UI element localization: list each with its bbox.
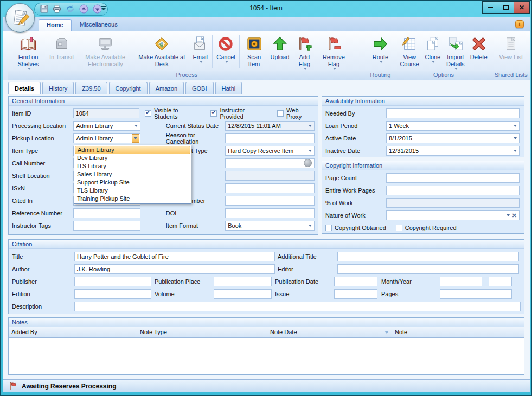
dropdown-option-tls-library[interactable]: TLS Library xyxy=(75,187,190,195)
document-type-combo[interactable]: Hard Copy Reserve Item xyxy=(225,146,315,156)
nature-of-work-combo[interactable]: ✕ xyxy=(386,210,520,220)
tab-copyright[interactable]: Copyright xyxy=(109,82,148,94)
notes-column-added-by[interactable]: Added By xyxy=(9,327,137,338)
help-icon[interactable]: i xyxy=(515,20,524,28)
tab-gobi[interactable]: GOBI xyxy=(185,82,214,94)
text-field[interactable] xyxy=(225,183,315,193)
tab-miscellaneous[interactable]: Miscellaneous xyxy=(72,19,125,31)
application-menu-button[interactable] xyxy=(5,3,35,33)
dropdown-option-admin-library[interactable]: Admin Library xyxy=(75,146,190,154)
reason-for-cancellation-field[interactable] xyxy=(225,133,315,143)
tab-home[interactable]: Home xyxy=(39,19,72,31)
loan-period-combo[interactable]: 1 Week xyxy=(386,121,520,131)
publisher-field[interactable] xyxy=(74,277,151,286)
close-button[interactable]: ✕ xyxy=(514,1,530,14)
oclc-number-field[interactable] xyxy=(225,196,315,206)
dropdown-option-its-library[interactable]: ITS Library xyxy=(75,162,190,170)
needed-by-field[interactable] xyxy=(386,108,520,118)
instructor-provided-checkbox[interactable]: Instructor Provided xyxy=(210,107,268,120)
notes-column-note-type[interactable]: Note Type xyxy=(137,327,267,338)
description-field[interactable] xyxy=(74,302,521,311)
quick-access-toolbar xyxy=(34,3,108,16)
view-list-button: View List xyxy=(496,33,525,71)
minimize-button[interactable] xyxy=(482,1,498,14)
tab-amazon[interactable]: Amazon xyxy=(149,82,184,94)
notes-table-body[interactable] xyxy=(9,338,524,374)
additional-title-field[interactable] xyxy=(337,252,519,261)
reference-number-label: Reference Number xyxy=(12,210,73,216)
edition-field[interactable] xyxy=(74,289,151,299)
find-on-shelves-button[interactable]: Find on Shelves xyxy=(10,33,47,71)
pages-field[interactable] xyxy=(440,289,512,299)
dropdown-option-sales-library[interactable]: Sales Library xyxy=(75,170,190,178)
item-format-combo[interactable]: Book xyxy=(225,221,315,231)
clone-icon xyxy=(425,34,441,54)
title-field[interactable]: Harry Potter and the Goblet of Fire xyxy=(74,252,275,261)
web-proxy-checkbox[interactable]: Web Proxy xyxy=(277,107,315,120)
remove-flag-button[interactable]: Remove Flag xyxy=(317,33,350,71)
globe-icon[interactable] xyxy=(304,159,312,167)
scan-item-icon xyxy=(246,34,262,54)
reference-number-field[interactable] xyxy=(73,208,140,218)
inactive-date-combo[interactable]: 12/31/2015 xyxy=(386,146,520,156)
copyright-obtained-checkbox[interactable]: Copyright Obtained xyxy=(325,225,386,231)
issue-field[interactable] xyxy=(334,289,377,299)
make-available-at-desk-button[interactable]: Make Available at Desk xyxy=(134,33,189,71)
doi-field[interactable] xyxy=(225,208,315,218)
tab-details[interactable]: Details xyxy=(8,82,41,94)
editor-field[interactable] xyxy=(337,264,519,274)
pickup-location-combo[interactable]: Admin Library xyxy=(73,133,140,143)
month-field[interactable] xyxy=(440,277,482,286)
checkbox-unchecked-icon xyxy=(396,225,402,231)
checkbox-unchecked-icon xyxy=(277,110,284,117)
copyright-required-checkbox[interactable]: Copyright Required xyxy=(396,225,457,231)
tab-history[interactable]: History xyxy=(42,82,74,94)
upload-button[interactable]: Upload xyxy=(268,33,292,71)
processing-location-combo[interactable]: Admin Library xyxy=(73,121,140,131)
volume-field[interactable] xyxy=(214,289,272,299)
page-count-field[interactable] xyxy=(386,173,520,183)
instructor-tags-field[interactable] xyxy=(73,221,140,231)
customize-qat-button[interactable] xyxy=(101,6,106,12)
clone-button[interactable]: Clone xyxy=(422,33,444,71)
visible-to-students-checkbox[interactable]: Visible to Students xyxy=(145,107,202,120)
scan-item-button[interactable]: Scan Item xyxy=(241,33,268,71)
add-flag-icon xyxy=(296,34,312,54)
cited-in-label: Cited In xyxy=(12,197,73,204)
tab-z3950[interactable]: Z39.50 xyxy=(75,82,107,94)
edition-label: Edition xyxy=(12,291,74,297)
view-course-button[interactable]: View Course xyxy=(397,33,421,71)
save-button[interactable] xyxy=(40,5,48,14)
import-details-button[interactable]: Import Details xyxy=(444,33,467,71)
find-on-shelves-icon xyxy=(20,34,36,54)
move-up-button[interactable] xyxy=(79,4,88,15)
dropdown-option-dev-library[interactable]: Dev Library xyxy=(75,154,190,162)
notes-column-note-date[interactable]: Note Date xyxy=(267,327,392,338)
tab-hathi[interactable]: Hathi xyxy=(215,82,242,94)
author-field[interactable]: J.K. Rowling xyxy=(74,264,275,274)
current-status-date-combo[interactable]: 12/8/2015 11:01 AM xyxy=(225,121,315,131)
print-button[interactable] xyxy=(53,5,61,14)
year-field[interactable] xyxy=(489,277,512,286)
author-label: Author xyxy=(12,266,74,272)
citation-panel: Citation Title Harry Potter and the Gobl… xyxy=(8,239,524,314)
add-flag-button[interactable]: Add Flag xyxy=(292,33,317,71)
dropdown-option-support-pickup-site[interactable]: Support Pickup Site xyxy=(75,178,190,187)
dropdown-option-training-pickup-site[interactable]: Training Pickup Site xyxy=(75,195,190,203)
email-button[interactable]: Email xyxy=(189,33,211,71)
delete-button[interactable]: Delete xyxy=(467,33,490,71)
maximize-button[interactable] xyxy=(498,1,514,14)
document-pencil-icon xyxy=(10,8,30,28)
route-button[interactable]: Route xyxy=(369,33,391,71)
cancel-button[interactable]: Cancel xyxy=(214,33,238,71)
publication-place-field[interactable] xyxy=(214,277,272,286)
clear-icon[interactable]: ✕ xyxy=(512,213,517,218)
publication-place-label: Publication Place xyxy=(151,278,214,285)
url-field[interactable] xyxy=(225,158,315,168)
active-date-combo[interactable]: 8/1/2015 xyxy=(386,133,520,143)
chevron-down-icon[interactable] xyxy=(132,134,139,143)
entire-work-pages-field[interactable] xyxy=(386,186,520,195)
notes-column-note[interactable]: Note xyxy=(392,327,524,338)
refresh-button[interactable] xyxy=(66,5,75,14)
publication-date-field[interactable] xyxy=(334,277,377,286)
